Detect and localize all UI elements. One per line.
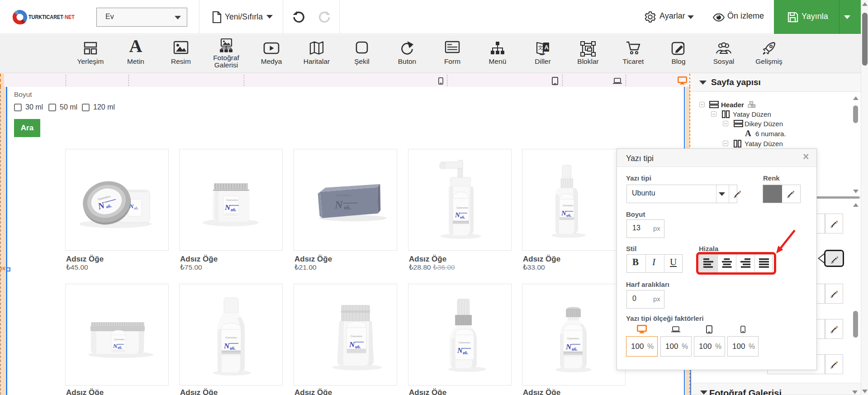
svg-text:o6.: o6. bbox=[463, 351, 468, 355]
svg-text:Cosmetics: Cosmetics bbox=[336, 194, 351, 197]
svg-text:N: N bbox=[565, 343, 572, 351]
svg-text:o6.: o6. bbox=[355, 344, 361, 349]
svg-text:N: N bbox=[113, 343, 118, 349]
svg-text:N: N bbox=[224, 203, 231, 212]
svg-text:N: N bbox=[334, 199, 343, 210]
svg-text:N: N bbox=[223, 342, 230, 350]
svg-text:Cosmetics: Cosmetics bbox=[226, 199, 238, 201]
svg-text:文: 文 bbox=[538, 45, 543, 50]
svg-text:Cosmetics: Cosmetics bbox=[459, 341, 470, 344]
svg-text:o6.: o6. bbox=[230, 346, 236, 351]
svg-text:Cosmetics: Cosmetics bbox=[567, 337, 579, 340]
svg-text:o6.: o6. bbox=[572, 347, 578, 352]
svg-text:o6.: o6. bbox=[118, 346, 122, 350]
svg-text:o6.: o6. bbox=[460, 215, 465, 219]
svg-text:o6.: o6. bbox=[231, 207, 237, 212]
svg-text:o6.: o6. bbox=[344, 204, 351, 211]
svg-text:Cosmetics: Cosmetics bbox=[351, 335, 362, 338]
svg-text:o6.: o6. bbox=[134, 206, 138, 210]
svg-text:Cosmetics: Cosmetics bbox=[563, 204, 574, 207]
svg-text:N: N bbox=[457, 347, 463, 354]
svg-text:N: N bbox=[349, 340, 355, 349]
svg-text:A: A bbox=[545, 44, 549, 51]
svg-text:Cosmetics: Cosmetics bbox=[114, 338, 125, 341]
svg-text:Cosmetics: Cosmetics bbox=[456, 206, 468, 209]
svg-text:Cosmetics: Cosmetics bbox=[225, 336, 237, 339]
svg-text:o6.: o6. bbox=[566, 213, 571, 218]
